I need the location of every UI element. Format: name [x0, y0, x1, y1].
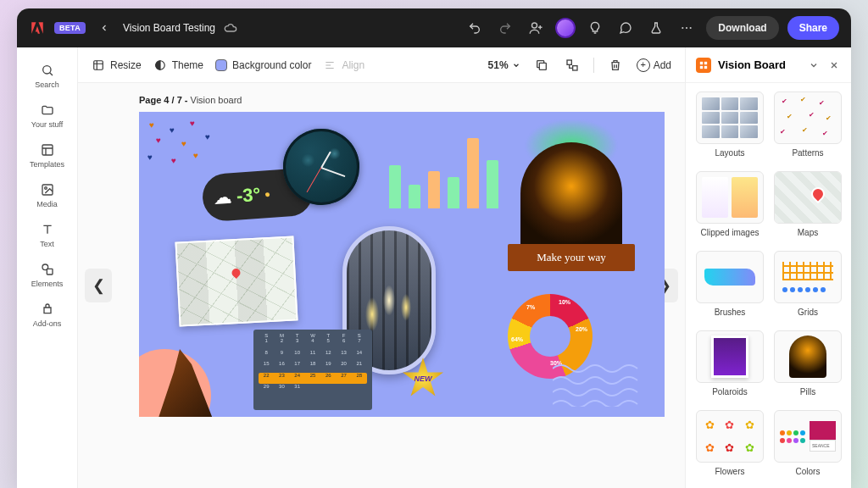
left-rail: Search Your stuff Templates Media Text E… [17, 47, 78, 488]
card-colors[interactable]: SEANCEColors [774, 410, 842, 480]
svg-rect-18 [704, 65, 707, 68]
canvas-area: ❮ ❯ Page 4 / 7 - Vision board ♥♥♥ ♥♥♥ ♥♥… [78, 83, 685, 488]
card-grids[interactable]: Grids [774, 251, 842, 320]
cloud-sync-icon [224, 21, 237, 35]
svg-point-2 [686, 27, 687, 29]
card-brushes[interactable]: Brushes [696, 251, 764, 320]
labs-button[interactable] [645, 17, 667, 39]
theme-icon [153, 58, 167, 72]
rail-media[interactable]: Media [22, 177, 73, 214]
main: Resize Theme Background color Align 51% … [78, 47, 685, 488]
app: BETA Vision Board Testing Download Share… [17, 8, 851, 488]
adobe-logo-icon [29, 19, 46, 36]
panel-icon [696, 58, 711, 73]
svg-point-7 [44, 187, 47, 190]
topbar: BETA Vision Board Testing Download Share [17, 8, 851, 47]
rail-text[interactable]: Text [22, 217, 73, 253]
invite-user-button[interactable] [525, 17, 547, 39]
panel-close-button[interactable] [827, 58, 841, 72]
add-page-button[interactable]: +Add [637, 58, 671, 72]
hearts-pattern[interactable]: ♥♥♥ ♥♥♥ ♥♥♥ [144, 117, 246, 180]
svg-rect-13 [567, 60, 571, 64]
redo-button[interactable] [494, 17, 516, 39]
card-clipped[interactable]: Clipped images [696, 171, 764, 241]
bgcolor-swatch [215, 59, 227, 71]
rail-your-stuff[interactable]: Your stuff [22, 97, 73, 134]
prev-page-button[interactable]: ❮ [85, 269, 112, 302]
text-icon [40, 222, 55, 237]
duplicate-button[interactable] [532, 56, 551, 75]
svg-point-3 [690, 27, 692, 29]
card-maps[interactable]: Maps [774, 171, 842, 241]
panel-header: Vision Board [686, 47, 851, 83]
addons-icon [40, 302, 55, 317]
download-button[interactable]: Download [706, 16, 778, 40]
resize-icon [92, 58, 105, 72]
svg-rect-12 [539, 63, 546, 69]
delete-button[interactable] [606, 56, 625, 75]
svg-rect-5 [42, 145, 53, 155]
zoom-control[interactable]: 51% [488, 59, 520, 71]
rail-addons[interactable]: Add-ons [22, 297, 73, 333]
doc-title: Vision Board Testing [123, 22, 215, 34]
back-button[interactable] [94, 18, 114, 38]
rail-elements[interactable]: Elements [22, 257, 73, 293]
rail-search[interactable]: Search [22, 58, 73, 94]
svg-rect-9 [47, 269, 53, 274]
svg-rect-14 [572, 65, 576, 69]
card-polaroids[interactable]: Polaroids [696, 330, 764, 400]
group-button[interactable] [563, 56, 581, 75]
media-icon [40, 182, 55, 197]
undo-button[interactable] [464, 17, 486, 39]
shapes-icon [40, 262, 55, 277]
panel-title: Vision Board [718, 58, 800, 71]
clock-widget[interactable] [283, 129, 359, 205]
svg-rect-16 [704, 61, 707, 64]
page-label: Page 4 / 7 - Vision board [139, 95, 659, 105]
card-layouts[interactable]: Layouts [696, 92, 764, 161]
bar-chart[interactable] [389, 130, 508, 208]
card-pills[interactable]: Pills [774, 330, 842, 400]
card-flowers[interactable]: ✿✿✿✿✿✿Flowers [696, 410, 764, 480]
templates-icon [40, 142, 55, 158]
search-icon [40, 63, 55, 78]
help-button[interactable] [584, 17, 606, 39]
resize-tool[interactable]: Resize [92, 58, 142, 72]
svg-point-4 [42, 66, 50, 74]
map-element[interactable] [175, 236, 298, 326]
align-icon [323, 58, 337, 72]
svg-rect-17 [700, 65, 703, 68]
folder-icon [40, 103, 55, 118]
cloud-icon: ☁ [212, 186, 232, 208]
rail-templates[interactable]: Templates [22, 137, 73, 174]
waves-pattern[interactable] [553, 360, 646, 407]
share-button[interactable]: Share [787, 16, 839, 40]
panel-collapse-button[interactable] [807, 58, 821, 72]
canvas-toolbar: Resize Theme Background color Align 51% … [78, 47, 685, 83]
panel-grid: Layouts ✔✔✔✔✔✔✔✔✔Patterns Clipped images… [686, 83, 851, 488]
svg-rect-10 [94, 60, 103, 69]
arch-frame[interactable]: Make your way [508, 127, 635, 271]
calendar-widget[interactable]: SMTWTFS 1234567 891011121314 15161718192… [253, 330, 372, 410]
svg-point-0 [532, 23, 537, 28]
canvas[interactable]: ♥♥♥ ♥♥♥ ♥♥♥ ☁-3° Make your way NEW 10% 2… [139, 112, 665, 417]
svg-rect-15 [700, 61, 703, 64]
vision-board-panel: Vision Board Layouts ✔✔✔✔✔✔✔✔✔Patterns C… [685, 47, 851, 488]
bgcolor-tool[interactable]: Background color [215, 59, 311, 71]
plus-icon: + [637, 58, 650, 72]
card-patterns[interactable]: ✔✔✔✔✔✔✔✔✔Patterns [774, 92, 842, 161]
svg-point-1 [682, 27, 684, 29]
align-tool: Align [323, 58, 364, 72]
beta-badge: BETA [54, 22, 86, 34]
theme-tool[interactable]: Theme [153, 58, 203, 72]
map-pin-icon [230, 267, 242, 279]
user-avatar[interactable] [555, 18, 576, 38]
more-menu-button[interactable] [676, 17, 698, 39]
comment-button[interactable] [615, 17, 637, 39]
